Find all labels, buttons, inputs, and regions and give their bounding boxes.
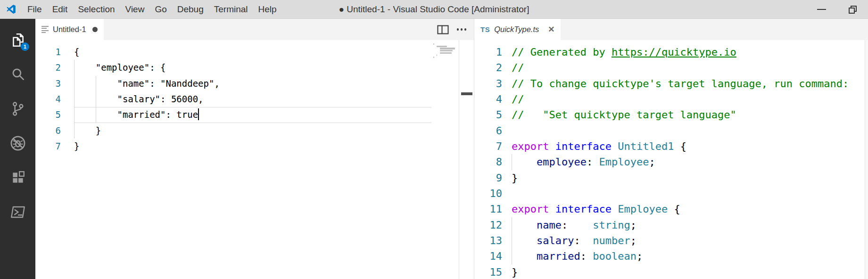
activity-item-explorer[interactable]: 1 bbox=[0, 23, 35, 57]
line-number: 1 bbox=[474, 44, 502, 60]
indent-guide bbox=[512, 154, 512, 170]
code-line[interactable]: } bbox=[512, 170, 865, 186]
left-line-numbers: 1234567 bbox=[35, 40, 68, 279]
typescript-language-icon: TS bbox=[480, 25, 490, 33]
code-line[interactable]: // bbox=[512, 91, 865, 107]
tab-untitled-1[interactable]: Untitled-1 bbox=[35, 19, 104, 40]
vscode-logo-icon bbox=[6, 4, 16, 14]
line-number: 6 bbox=[474, 123, 502, 139]
activity-item-search[interactable] bbox=[0, 57, 35, 91]
menu-view[interactable]: View bbox=[120, 0, 150, 19]
indent-guide bbox=[96, 76, 96, 123]
line-number: 6 bbox=[35, 123, 61, 139]
code-token: // "Set quicktype target language" bbox=[512, 109, 736, 121]
line-number: 15 bbox=[474, 264, 502, 279]
right-code-area[interactable]: // Generated by https://quicktype.io////… bbox=[508, 40, 865, 279]
right-tab-bar: TS QuickType.ts ✕ bbox=[474, 19, 868, 40]
overview-ruler[interactable] bbox=[459, 40, 474, 279]
line-number: 7 bbox=[474, 139, 502, 154]
menu-selection[interactable]: Selection bbox=[73, 0, 120, 19]
menu-edit[interactable]: Edit bbox=[47, 0, 73, 19]
indent-guide bbox=[512, 217, 512, 264]
code-token: ; bbox=[630, 219, 637, 231]
more-actions-button[interactable] bbox=[457, 28, 467, 31]
powershell-icon bbox=[9, 204, 27, 220]
line-number: 9 bbox=[474, 170, 502, 186]
line-number: 2 bbox=[474, 60, 502, 75]
minimap-line bbox=[440, 52, 452, 54]
line-number: 3 bbox=[35, 76, 61, 91]
line-number: 14 bbox=[474, 248, 502, 264]
line-number: 2 bbox=[35, 60, 61, 75]
split-editor-button[interactable] bbox=[437, 25, 449, 34]
minimap-line bbox=[440, 50, 453, 51]
code-line[interactable]: } bbox=[512, 264, 865, 279]
code-token: https://quicktype.io bbox=[612, 46, 736, 58]
code-token bbox=[512, 250, 537, 262]
code-line[interactable]: { bbox=[74, 44, 431, 60]
activity-item-source-control[interactable] bbox=[0, 91, 35, 126]
line-number: 4 bbox=[35, 91, 61, 107]
code-token: number bbox=[593, 235, 630, 246]
menu-file[interactable]: File bbox=[22, 0, 47, 19]
menu-bar: FileEditSelectionViewGoDebugTerminalHelp bbox=[22, 0, 282, 19]
close-tab-icon[interactable]: ✕ bbox=[548, 25, 554, 34]
minimap-line bbox=[433, 57, 434, 58]
minimap[interactable] bbox=[431, 40, 459, 279]
line-number: 10 bbox=[474, 186, 502, 201]
right-scrollbar-area[interactable] bbox=[865, 40, 868, 279]
code-token: "salary": 56000, bbox=[74, 94, 204, 104]
tab-quicktype-ts[interactable]: TS QuickType.ts ✕ bbox=[474, 19, 561, 40]
right-line-numbers: 123456789101112131415 bbox=[474, 40, 508, 279]
code-token: interface bbox=[555, 203, 612, 215]
code-line[interactable]: // Generated by https://quicktype.io bbox=[512, 44, 865, 60]
code-line[interactable]: } bbox=[74, 139, 431, 154]
cursor-position-marker bbox=[461, 92, 472, 95]
text-cursor bbox=[198, 108, 199, 120]
activity-item-debug[interactable] bbox=[0, 126, 35, 160]
code-line[interactable]: salary: number; bbox=[512, 233, 865, 248]
code-token: : bbox=[574, 235, 593, 246]
code-token bbox=[512, 235, 537, 246]
code-line[interactable]: "married": true bbox=[74, 107, 431, 123]
activity-item-powershell[interactable] bbox=[0, 195, 35, 229]
menu-terminal[interactable]: Terminal bbox=[209, 0, 253, 19]
menu-help[interactable]: Help bbox=[253, 0, 282, 19]
code-token: salary bbox=[537, 235, 574, 246]
menu-debug[interactable]: Debug bbox=[172, 0, 209, 19]
code-token: "employee": { bbox=[74, 62, 165, 73]
code-token: Employee bbox=[599, 156, 649, 168]
activity-bar: 1 bbox=[0, 19, 35, 279]
line-number: 5 bbox=[474, 107, 502, 123]
source-control-icon bbox=[10, 101, 26, 117]
code-line[interactable]: employee: Employee; bbox=[512, 154, 865, 170]
left-code-area[interactable]: { "employee": { "name": "Nanddeep", "sal… bbox=[68, 40, 431, 279]
code-line[interactable]: "salary": 56000, bbox=[74, 91, 431, 107]
code-line[interactable]: export interface Employee { bbox=[512, 201, 865, 217]
restore-button[interactable] bbox=[837, 0, 868, 19]
code-token: boolean bbox=[593, 250, 637, 262]
title-bar: FileEditSelectionViewGoDebugTerminalHelp… bbox=[0, 0, 868, 19]
code-line[interactable]: "name": "Nanddeep", bbox=[74, 76, 431, 91]
code-token: interface bbox=[555, 140, 612, 152]
code-token: married bbox=[537, 250, 580, 262]
extensions-icon bbox=[10, 170, 26, 186]
code-token: employee bbox=[537, 156, 587, 168]
menu-go[interactable]: Go bbox=[149, 0, 172, 19]
code-line[interactable]: // bbox=[512, 60, 865, 75]
code-line[interactable]: // To change quicktype's target language… bbox=[512, 76, 865, 91]
code-line[interactable]: married: boolean; bbox=[512, 248, 865, 264]
minimize-button[interactable] bbox=[806, 0, 837, 19]
code-line[interactable] bbox=[512, 186, 865, 201]
code-line[interactable]: // "Set quicktype target language" bbox=[512, 107, 865, 123]
activity-item-extensions[interactable] bbox=[0, 160, 35, 195]
code-line[interactable]: name: string; bbox=[512, 217, 865, 233]
code-line[interactable]: export interface Untitled1 { bbox=[512, 139, 865, 154]
code-token: } bbox=[74, 125, 101, 136]
code-line[interactable]: "employee": { bbox=[74, 60, 431, 75]
code-token: "married": true bbox=[74, 109, 198, 120]
code-line[interactable] bbox=[512, 123, 865, 139]
code-line[interactable]: } bbox=[74, 123, 431, 139]
debug-icon bbox=[9, 135, 26, 152]
line-number: 11 bbox=[474, 201, 502, 217]
